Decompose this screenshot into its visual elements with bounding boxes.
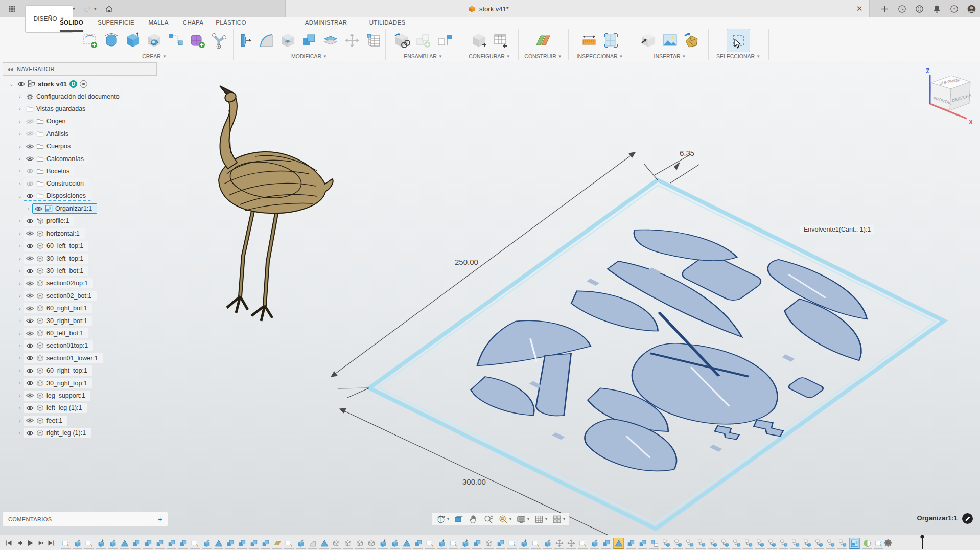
orbit-icon[interactable]: ▾ [436,514,449,524]
tree-item-30-right-top-1[interactable]: ›30_right_top:1 [3,377,157,389]
configure-insert-button[interactable] [469,31,488,50]
ribbon-group-label[interactable]: ENSAMBLAR▼ [404,52,442,60]
tree-item-60-right-top-1[interactable]: ›60_right_top:1 [3,364,157,377]
timeline-feature-combine[interactable] [237,538,247,549]
timeline-step-forward-icon[interactable] [36,539,45,547]
timeline-feature-combine[interactable] [178,538,188,549]
timeline-feature-newcomp[interactable] [743,538,753,549]
visibility-eye-icon[interactable] [26,393,34,398]
timeline-feature-combine[interactable] [496,538,505,549]
timeline-feature-extrude[interactable] [202,538,212,549]
timeline-feature-combine[interactable] [167,538,176,549]
pan-icon[interactable] [469,514,479,524]
timeline-feature-newcomp[interactable] [661,538,671,549]
ribbon-tab-administrar[interactable]: ADMINISTRAR [305,19,347,30]
visibility-eye-icon[interactable] [26,144,34,149]
extensions-icon[interactable] [914,3,925,14]
timeline-feature-newcomp[interactable] [673,538,683,549]
combine-button[interactable] [299,31,319,50]
tree-item-30-right-bot-1[interactable]: ›30_right_bot:1 [3,314,157,327]
timeline-feature-sketch[interactable] [84,538,94,549]
visibility-eye-icon[interactable] [26,355,34,361]
fillet-button[interactable] [256,31,276,50]
visibility-eye-icon[interactable] [26,281,34,286]
timeline-feature-extrude[interactable] [437,538,447,549]
construction-plane-button[interactable] [533,31,553,50]
collapse-panel-icon[interactable]: ◂◂ [7,66,13,73]
envelope-label[interactable]: Envolvente1(Cant.: 1):1 [800,225,874,234]
tree-item-origen[interactable]: ›Origen [3,115,157,127]
tree-item-60-left-top-1[interactable]: ›60_left_top:1 [3,240,157,252]
visibility-eye-icon[interactable] [26,331,34,336]
timeline-feature-newcomp[interactable] [685,538,694,549]
ribbon-group-label[interactable]: SELECCIONAR▼ [716,52,760,60]
chevron-right-icon[interactable]: › [25,206,32,212]
help-icon[interactable]: ? [948,3,960,14]
visibility-eye-icon[interactable] [26,256,34,261]
ribbon-group-label[interactable]: INSERTAR▼ [654,52,686,60]
timeline-feature-plane[interactable] [272,538,282,549]
timeline-feature-sketch[interactable] [507,538,517,549]
minimize-panel-icon[interactable]: — [147,66,152,72]
insert-image-button[interactable] [660,31,680,50]
timeline-feature-sketch[interactable] [425,538,435,549]
revolve-button[interactable] [102,31,121,50]
ribbon-group-label[interactable]: MODIFICAR▼ [291,52,327,60]
chevron-right-icon[interactable]: › [16,94,24,99]
timeline-feature-combine[interactable] [413,538,423,549]
rigid-group-button[interactable] [435,31,454,50]
visibility-eye-icon[interactable] [26,293,34,299]
timeline-feature-newcomp[interactable] [732,538,741,549]
ribbon-group-label[interactable]: CONFIGURAR▼ [469,52,510,60]
chevron-right-icon[interactable]: › [16,156,24,162]
tree-item-60-left-bot-1[interactable]: ›60_left_bot:1 [3,327,157,339]
timeline-feature-loft[interactable] [402,538,411,549]
timeline-feature-sketch[interactable] [449,538,458,549]
chevron-right-icon[interactable]: › [16,268,24,274]
chevron-right-icon[interactable]: › [16,231,24,236]
timeline-feature-combine[interactable] [638,538,647,549]
timeline-feature-combine[interactable] [626,538,636,549]
timeline-feature-combine[interactable] [601,538,611,549]
visibility-eye-icon[interactable] [26,430,34,436]
timeline-feature-extrude[interactable] [108,538,118,549]
chevron-right-icon[interactable]: › [16,405,24,411]
timeline-feature-newcomp[interactable] [802,538,812,549]
timeline-feature-extrude[interactable] [590,538,599,549]
dimension-length[interactable]: 300.00 [462,477,486,486]
insert-mesh-button[interactable] [682,31,701,50]
visibility-eye-icon[interactable] [35,206,42,212]
visibility-eye-icon[interactable] [26,268,34,274]
timeline-feature-combine[interactable] [261,538,270,549]
ribbon-group-label[interactable]: INSPECCIONAR▼ [577,52,623,60]
zoom-icon[interactable] [483,514,494,524]
timeline-feature-newcomp[interactable] [755,538,765,549]
dimension-thickness[interactable]: 6.35 [680,149,694,157]
timeline-step-back-icon[interactable] [15,539,24,547]
shell-button[interactable] [278,31,297,50]
chevron-right-icon[interactable]: › [16,281,24,286]
fit-icon[interactable]: ▾ [498,514,511,524]
viewports-icon[interactable]: ▾ [552,514,565,524]
timeline-feature-newcomp[interactable] [790,538,800,549]
tree-item-an-lisis[interactable]: ›Análisis [3,128,157,140]
chevron-right-icon[interactable]: › [16,168,24,174]
timeline-feature-combine[interactable] [225,538,235,549]
timeline-settings-gear-icon[interactable] [883,538,893,547]
chevron-down-icon[interactable]: ⌄ [8,81,15,87]
tree-item-feet-1[interactable]: ›feet:1 [3,415,157,427]
redo-icon[interactable] [81,2,94,15]
tree-item-section01-lower-1[interactable]: ›section01_lower:1 [3,352,157,364]
hole-button[interactable] [145,31,164,50]
visibility-eye-off-icon[interactable] [26,119,34,124]
chevron-right-icon[interactable]: › [16,131,24,136]
timeline-feature-loft[interactable] [214,538,223,549]
tree-item-30-left-top-1[interactable]: ›30_left_top:1 [3,252,157,264]
visibility-eye-icon[interactable] [26,418,34,423]
timeline-feature-newcomp[interactable] [837,538,847,549]
timeline-feature-combine[interactable] [249,538,259,549]
chevron-right-icon[interactable]: › [16,218,24,224]
timeline-feature-arrange-active[interactable] [849,538,860,549]
timeline-feature-sketch[interactable] [61,538,71,549]
timeline-feature-extrude[interactable] [296,538,306,549]
